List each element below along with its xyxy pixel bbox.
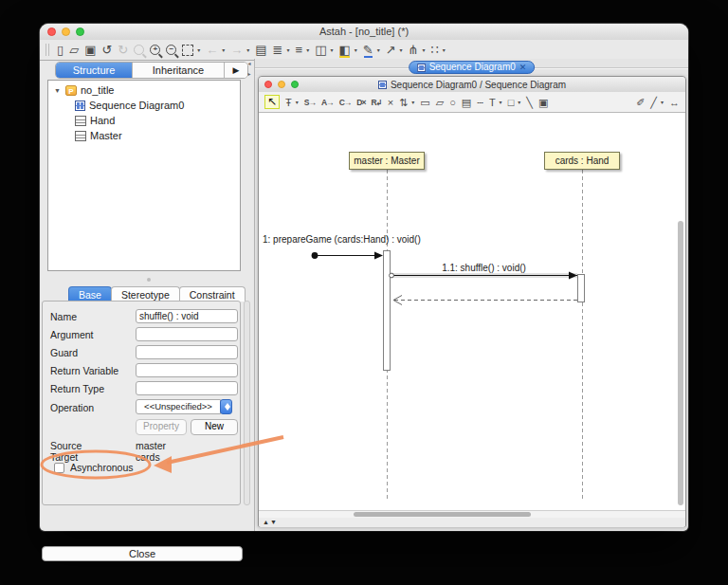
align-vertical-caret-icon[interactable]: ▾ — [287, 46, 290, 53]
grid-layout-icon[interactable]: ∷ — [431, 44, 439, 56]
operation-select[interactable]: <<Unspecified>> — [136, 399, 221, 414]
tab-structure[interactable]: Structure — [56, 63, 132, 78]
layers-icon[interactable]: ◫ — [315, 44, 326, 56]
new-file-icon[interactable]: ▯ — [57, 44, 64, 56]
new-button[interactable]: New — [191, 419, 238, 435]
tree-item-label[interactable]: Hand — [90, 115, 115, 126]
asynchronous-checkbox[interactable] — [54, 463, 64, 473]
tab-stereotype[interactable]: Stereotype — [111, 286, 180, 302]
return-variable-field[interactable] — [136, 363, 238, 377]
back-icon[interactable]: ← — [206, 44, 218, 56]
vertical-scrollbar[interactable] — [678, 221, 683, 505]
async-message-tool-icon[interactable]: A→ — [321, 97, 334, 108]
lifeline-caret-icon[interactable]: ▾ — [296, 99, 299, 105]
tab-inheritance[interactable]: Inheritance — [132, 63, 224, 78]
zoom-in-icon[interactable]: + — [150, 45, 160, 55]
tree-item-label[interactable]: Sequence Diagram0 — [89, 100, 184, 111]
connector-caret-icon[interactable]: ▾ — [400, 46, 403, 53]
layers-caret-icon[interactable]: ▾ — [330, 46, 333, 53]
align-horizontal-caret-icon[interactable]: ▾ — [306, 46, 309, 53]
undo-icon[interactable]: ↺ — [101, 44, 112, 56]
forward-caret-icon[interactable]: ▾ — [246, 46, 249, 53]
redo-icon[interactable]: ↻ — [118, 44, 128, 56]
operation-stepper-icon[interactable] — [220, 399, 232, 414]
panel-splitter[interactable] — [40, 271, 254, 286]
toolbar-grip[interactable] — [46, 44, 49, 56]
diagram-canvas[interactable]: master : Master cards : Hand 1: prepareG… — [259, 113, 685, 510]
duration-caret-icon[interactable]: ▾ — [411, 99, 414, 105]
interaction-use-tool-icon[interactable]: ▱ — [436, 97, 444, 108]
stop-tool-icon[interactable]: × — [388, 97, 393, 108]
tab-constraint[interactable]: Constraint — [179, 286, 246, 302]
pen-color-caret-icon[interactable]: ▾ — [377, 46, 380, 53]
collapse-left-icon[interactable]: ◂ — [245, 60, 254, 66]
horizontal-scrollbar[interactable] — [354, 512, 531, 517]
rect-tool-caret-icon[interactable]: ▾ — [518, 99, 520, 105]
back-caret-icon[interactable]: ▾ — [222, 46, 225, 53]
rect-tool-icon[interactable]: □ — [508, 97, 515, 108]
reply-message-tool-icon[interactable]: R↲ — [371, 97, 381, 108]
save-icon[interactable]: ▣ — [84, 44, 96, 56]
tree-item-master[interactable]: Master — [48, 128, 240, 143]
tree-item-sequence-diagram[interactable]: Sequence Diagram0 — [48, 98, 240, 113]
polyline-tool-icon[interactable]: ╱ — [650, 97, 657, 108]
tree-layout-caret-icon[interactable]: ▾ — [423, 46, 426, 53]
tree-item-hand[interactable]: Hand — [48, 113, 240, 128]
tree-item-root[interactable]: ▼ P no_title — [48, 82, 240, 98]
message-preparegame-label[interactable]: 1: prepareGame (cards:Hand) : void() — [263, 234, 421, 245]
panel-divider[interactable] — [254, 59, 255, 531]
anchor-tool-icon[interactable]: ┄ — [477, 97, 483, 108]
polyline-caret-icon[interactable]: ▾ — [661, 99, 664, 105]
doc-tab-label[interactable]: Sequence Diagram0 — [429, 62, 516, 73]
fit-view-icon[interactable] — [182, 45, 193, 56]
tab-sequence-diagram0[interactable]: Sequence Diagram0 ✕ — [409, 61, 536, 74]
forward-icon[interactable]: → — [230, 44, 243, 56]
create-message-tool-icon[interactable]: C→ — [339, 97, 352, 108]
property-scrollbar[interactable] — [244, 301, 250, 505]
fill-color-icon[interactable]: ◧ — [338, 44, 350, 56]
image-tool-icon[interactable]: ▣ — [538, 97, 548, 108]
sync-message-tool-icon[interactable]: S→ — [304, 97, 316, 108]
diagram-window-titlebar[interactable]: Sequence Diagram0 / Sequence Diagram — [259, 77, 685, 93]
close-tab-icon[interactable]: ✕ — [519, 63, 527, 72]
line-tool-icon[interactable]: ╲ — [526, 97, 533, 108]
oval-tool-icon[interactable]: ○ — [449, 97, 456, 108]
map-view-icon[interactable]: ▤ — [255, 44, 266, 56]
note-tool-icon[interactable]: ▤ — [462, 97, 471, 108]
align-vertical-icon[interactable]: ≣ — [273, 44, 283, 56]
message-shuffle-label[interactable]: 1.1: shuffle() : void() — [391, 263, 577, 273]
combined-fragment-tool-icon[interactable]: ▭ — [420, 97, 429, 108]
property-button[interactable]: Property — [136, 419, 187, 435]
tree-layout-icon[interactable]: ⋔ — [409, 44, 419, 56]
argument-field[interactable] — [136, 327, 238, 341]
select-tool-icon[interactable]: ↖ — [264, 95, 280, 109]
horizontal-scrollbar-track[interactable] — [259, 510, 685, 518]
grid-layout-caret-icon[interactable]: ▾ — [443, 46, 446, 53]
open-icon[interactable]: ▱ — [69, 44, 79, 56]
collapse-right-icon[interactable]: ▸ — [245, 70, 254, 77]
fill-color-caret-icon[interactable]: ▾ — [355, 46, 357, 53]
name-field[interactable]: shuffle() : void — [136, 309, 238, 323]
tree-item-label[interactable]: no_title — [81, 84, 114, 96]
tab-base[interactable]: Base — [68, 286, 112, 302]
stamp-tool-icon[interactable]: ✐ — [636, 97, 645, 108]
lifeline-tool-icon[interactable]: Ŧ — [285, 97, 292, 108]
text-tool-caret-icon[interactable]: ▾ — [500, 99, 502, 105]
destroy-message-tool-icon[interactable]: D× — [356, 97, 365, 108]
connector-icon[interactable]: ↗ — [386, 44, 396, 56]
zoom-icon[interactable] — [134, 45, 144, 55]
duration-tool-icon[interactable]: ⇅ — [399, 97, 408, 108]
return-type-field[interactable] — [136, 381, 238, 395]
window-titlebar[interactable]: Astah - [no_title] (*) — [40, 24, 688, 41]
pen-color-icon[interactable]: ✎ — [363, 44, 373, 56]
scroll-down-icon[interactable]: ▼ — [270, 519, 277, 525]
close-button[interactable]: Close — [42, 546, 243, 561]
scroll-up-icon[interactable]: ▲ — [263, 519, 269, 525]
tree-item-label[interactable]: Master — [90, 130, 122, 141]
disclosure-triangle-icon[interactable]: ▼ — [54, 87, 62, 94]
text-tool-icon[interactable]: T — [489, 97, 496, 108]
resize-tool-icon[interactable]: ↔ — [669, 97, 680, 108]
zoom-out-icon[interactable]: − — [166, 45, 176, 55]
align-horizontal-icon[interactable]: ≡ — [296, 44, 303, 56]
guard-field[interactable] — [136, 345, 238, 359]
